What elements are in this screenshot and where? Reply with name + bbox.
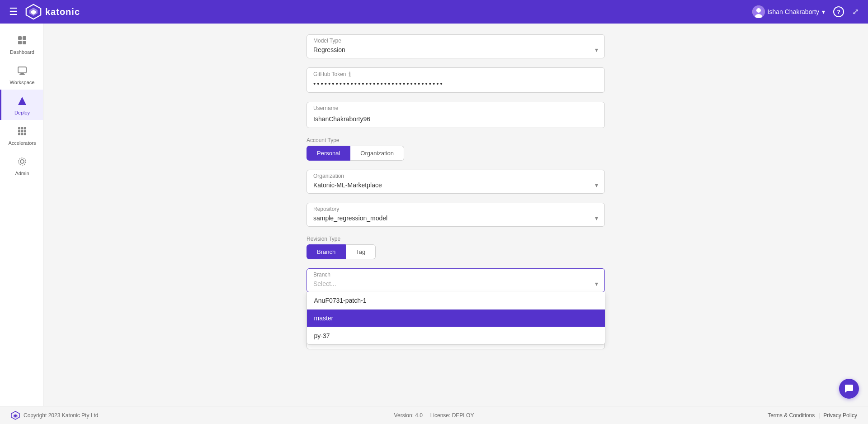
version-text: Version: 4.0 bbox=[394, 412, 423, 419]
model-type-group: Model Type Regression ▾ bbox=[307, 34, 605, 58]
accelerators-icon bbox=[17, 126, 27, 138]
sidebar-item-dashboard[interactable]: Dashboard bbox=[0, 29, 43, 59]
svg-rect-20 bbox=[21, 133, 24, 135]
footer-separator: | bbox=[818, 412, 820, 419]
admin-icon bbox=[17, 157, 27, 169]
license-text: License: DEPLOY bbox=[430, 412, 474, 419]
organization-select-row[interactable]: Katonic-ML-Marketplace ▾ bbox=[313, 181, 598, 189]
account-type-personal-btn[interactable]: Personal bbox=[307, 146, 350, 161]
account-type-label: Account Type bbox=[307, 137, 605, 143]
sidebar-item-workspace[interactable]: Workspace bbox=[0, 59, 43, 90]
branch-option-1[interactable]: master bbox=[307, 310, 605, 327]
organization-group: Organization Katonic-ML-Marketplace ▾ bbox=[307, 170, 605, 194]
svg-rect-15 bbox=[24, 127, 26, 129]
svg-point-4 bbox=[756, 8, 761, 13]
model-type-label: Model Type bbox=[313, 38, 598, 44]
user-chevron-icon: ▾ bbox=[822, 8, 825, 15]
avatar-icon bbox=[752, 5, 765, 18]
svg-rect-17 bbox=[21, 130, 24, 133]
chat-icon bbox=[844, 384, 854, 394]
logo-text: katonic bbox=[45, 7, 80, 17]
svg-rect-19 bbox=[18, 133, 20, 135]
sidebar-item-deploy[interactable]: Deploy bbox=[0, 90, 43, 120]
footer: Copyright 2023 Katonic Pty Ltd Version: … bbox=[0, 406, 868, 424]
sidebar-item-label: Accelerators bbox=[8, 140, 36, 146]
model-type-select-row[interactable]: Regression ▾ bbox=[313, 46, 598, 53]
branch-option-2[interactable]: py-37 bbox=[307, 327, 605, 344]
account-type-group: Account Type Personal Organization bbox=[307, 137, 605, 161]
revision-type-group: Revision Type Branch Tag bbox=[307, 236, 605, 259]
sidebar-item-admin[interactable]: Admin bbox=[0, 150, 43, 181]
github-token-group: GitHub Token ℹ bbox=[307, 67, 605, 93]
svg-point-23 bbox=[19, 158, 26, 165]
svg-rect-18 bbox=[24, 130, 26, 133]
branch-chevron-icon: ▾ bbox=[595, 280, 598, 287]
branch-label: Branch bbox=[313, 272, 598, 278]
copyright-text: Copyright 2023 Katonic Pty Ltd bbox=[24, 412, 98, 419]
footer-left: Copyright 2023 Katonic Pty Ltd bbox=[11, 411, 98, 420]
sidebar-item-label: Workspace bbox=[10, 80, 35, 85]
topbar-left: ☰ katonic bbox=[9, 4, 80, 20]
deploy-icon bbox=[17, 96, 27, 108]
privacy-link[interactable]: Privacy Policy bbox=[823, 412, 857, 419]
branch-option-0[interactable]: AnuF0731-patch-1 bbox=[307, 292, 605, 310]
github-token-input[interactable] bbox=[313, 78, 598, 87]
github-token-label-row: GitHub Token ℹ bbox=[313, 71, 598, 78]
user-name: Ishan Chakraborty bbox=[768, 8, 819, 15]
svg-rect-12 bbox=[19, 74, 25, 75]
repository-value: sample_regression_model bbox=[313, 214, 387, 222]
model-type-chevron-icon: ▾ bbox=[595, 46, 598, 53]
branch-dropdown-menu: AnuF0731-patch-1 master py-37 bbox=[307, 292, 605, 345]
svg-rect-14 bbox=[21, 127, 24, 129]
chat-bubble[interactable] bbox=[839, 379, 859, 399]
menu-icon[interactable]: ☰ bbox=[9, 6, 18, 18]
username-group: Username bbox=[307, 102, 605, 128]
revision-type-label: Revision Type bbox=[307, 236, 605, 242]
workspace-icon bbox=[17, 66, 27, 78]
svg-rect-6 bbox=[18, 36, 22, 40]
sidebar-item-accelerators[interactable]: Accelerators bbox=[0, 120, 43, 150]
topbar-right: Ishan Chakraborty ▾ ? ⤢ bbox=[752, 5, 859, 18]
repository-group: Repository sample_regression_model ▾ bbox=[307, 203, 605, 227]
svg-rect-13 bbox=[18, 127, 20, 129]
avatar bbox=[752, 5, 765, 18]
username-label: Username bbox=[313, 105, 598, 111]
footer-right: Terms & Conditions | Privacy Policy bbox=[768, 412, 857, 419]
dashboard-icon bbox=[17, 35, 27, 48]
svg-point-22 bbox=[20, 160, 24, 163]
repository-label: Repository bbox=[313, 206, 598, 212]
svg-rect-21 bbox=[24, 133, 26, 135]
info-icon: ℹ bbox=[349, 71, 351, 78]
branch-group: Branch Select... ▾ AnuF0731-patch-1 mast… bbox=[307, 268, 605, 292]
fullscreen-icon[interactable]: ⤢ bbox=[852, 7, 859, 17]
repository-chevron-icon: ▾ bbox=[595, 214, 598, 222]
account-type-organization-btn[interactable]: Organization bbox=[350, 146, 404, 161]
footer-logo: Copyright 2023 Katonic Pty Ltd bbox=[11, 411, 98, 420]
sidebar-item-label: Dashboard bbox=[10, 49, 34, 55]
user-info[interactable]: Ishan Chakraborty ▾ bbox=[752, 5, 825, 18]
organization-chevron-icon: ▾ bbox=[595, 181, 598, 189]
organization-label: Organization bbox=[313, 173, 598, 179]
branch-selected-value: Select... bbox=[313, 280, 336, 287]
organization-value: Katonic-ML-Marketplace bbox=[313, 181, 382, 189]
revision-type-toggle: Branch Tag bbox=[307, 244, 605, 259]
svg-rect-11 bbox=[20, 73, 24, 74]
model-type-value: Regression bbox=[313, 46, 345, 53]
sidebar-item-label: Admin bbox=[15, 171, 29, 176]
username-input[interactable] bbox=[313, 114, 598, 123]
repository-select-row[interactable]: sample_regression_model ▾ bbox=[313, 214, 598, 222]
sidebar: Dashboard Workspace Deploy Accelerators … bbox=[0, 24, 43, 424]
footer-center: Version: 4.0 License: DEPLOY bbox=[394, 412, 474, 419]
svg-rect-7 bbox=[23, 36, 26, 40]
github-token-label: GitHub Token bbox=[313, 71, 346, 77]
help-icon[interactable]: ? bbox=[833, 6, 844, 17]
svg-rect-8 bbox=[18, 41, 22, 44]
logo-icon bbox=[25, 4, 42, 20]
branch-dropdown[interactable]: Branch Select... ▾ AnuF0731-patch-1 mast… bbox=[307, 268, 605, 292]
revision-type-tag-btn[interactable]: Tag bbox=[346, 244, 376, 259]
terms-link[interactable]: Terms & Conditions bbox=[768, 412, 815, 419]
topbar: ☰ katonic Ishan Chakraborty ▾ ? ⤢ bbox=[0, 0, 868, 24]
svg-rect-16 bbox=[18, 130, 20, 133]
revision-type-branch-btn[interactable]: Branch bbox=[307, 244, 346, 259]
sidebar-item-label: Deploy bbox=[14, 110, 30, 115]
